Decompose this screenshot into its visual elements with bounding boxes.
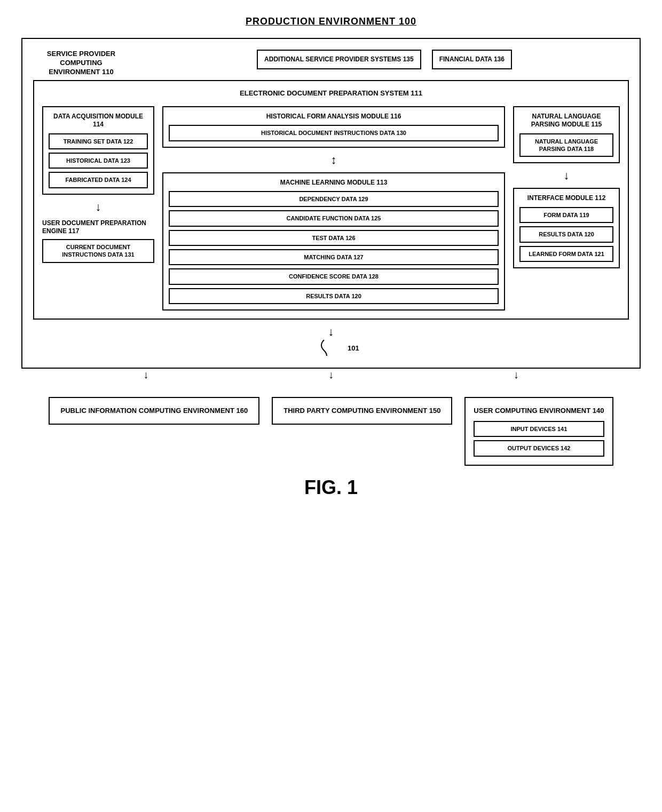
test-data-box: TEST DATA 126 xyxy=(169,230,499,246)
edps-label: ELECTRONIC DOCUMENT PREPARATION SYSTEM 1… xyxy=(42,89,620,98)
ml-results-box: RESULTS DATA 120 xyxy=(169,288,499,304)
spce-label: SERVICE PROVIDER COMPUTING ENVIRONMENT 1… xyxy=(38,50,124,77)
matching-box: MATCHING DATA 127 xyxy=(169,249,499,265)
public-env-box: PUBLIC INFORMATION COMPUTING ENVIRONMENT… xyxy=(49,397,259,425)
page-title: PRODUCTION ENVIRONMENT 100 xyxy=(21,16,641,27)
training-set-box: TRAINING SET DATA 122 xyxy=(49,133,148,149)
input-devices-box: INPUT DEVICES 141 xyxy=(474,421,604,437)
udpe-box: USER DOCUMENT PREPARATION ENGINE 117 CUR… xyxy=(42,219,154,263)
learned-form-box: LEARNED FORM DATA 121 xyxy=(519,246,613,262)
production-environment-box: SERVICE PROVIDER COMPUTING ENVIRONMENT 1… xyxy=(21,38,641,369)
ml-title: MACHINE LEARNING MODULE 113 xyxy=(169,179,499,187)
dam-box: DATA ACQUISITION MODULE 114 TRAINING SET… xyxy=(42,106,154,195)
fig-label: FIG. 1 xyxy=(21,476,641,499)
center-column: HISTORICAL FORM ANALYSIS MODULE 116 HIST… xyxy=(162,106,505,311)
interface-title: INTERFACE MODULE 112 xyxy=(519,194,613,203)
current-doc-box: CURRENT DOCUMENT INSTRUCTIONS DATA 131 xyxy=(42,239,154,263)
arrow-public: ↓ xyxy=(143,369,148,381)
nlp-box: NATURAL LANGUAGE PARSING MODULE 115 NATU… xyxy=(513,106,620,164)
third-party-box: THIRD PARTY COMPUTING ENVIRONMENT 150 xyxy=(272,397,452,425)
nlp-data-box: NATURAL LANGUAGE PARSING DATA 118 xyxy=(519,133,613,157)
nlp-title: NATURAL LANGUAGE PARSING MODULE 115 xyxy=(519,113,613,129)
historical-doc-box: HISTORICAL DOCUMENT INSTRUCTIONS DATA 13… xyxy=(169,125,499,141)
user-env-box: USER COMPUTING ENVIRONMENT 140 INPUT DEV… xyxy=(464,397,613,466)
arrow-edps-down: ↓ xyxy=(33,325,629,339)
hfa-box: HISTORICAL FORM ANALYSIS MODULE 116 HIST… xyxy=(162,106,505,148)
left-column: DATA ACQUISITION MODULE 114 TRAINING SET… xyxy=(42,106,154,263)
network-label: 101 xyxy=(348,344,359,352)
bottom-section: PUBLIC INFORMATION COMPUTING ENVIRONMENT… xyxy=(21,397,641,466)
additional-service-box: ADDITIONAL SERVICE PROVIDER SYSTEMS 135 xyxy=(257,50,421,69)
hfa-title: HISTORICAL FORM ANALYSIS MODULE 116 xyxy=(169,113,499,121)
results-data-box: RESULTS DATA 120 xyxy=(519,226,613,242)
arrow-hfa-to-ml: ↕ xyxy=(162,154,505,166)
dam-title: DATA ACQUISITION MODULE 114 xyxy=(49,113,148,129)
udpe-label: USER DOCUMENT PREPARATION ENGINE 117 xyxy=(42,219,154,236)
arrow-nlp-to-interface: ↓ xyxy=(513,170,620,181)
user-env-label: USER COMPUTING ENVIRONMENT 140 xyxy=(474,406,604,416)
historical-data-box: HISTORICAL DATA 123 xyxy=(49,153,148,169)
form-data-box: FORM DATA 119 xyxy=(519,207,613,223)
edps-box: ELECTRONIC DOCUMENT PREPARATION SYSTEM 1… xyxy=(33,80,629,320)
confidence-box: CONFIDENCE SCORE DATA 128 xyxy=(169,268,499,284)
ml-box: MACHINE LEARNING MODULE 113 DEPENDENCY D… xyxy=(162,172,505,311)
dependency-box: DEPENDENCY DATA 129 xyxy=(169,191,499,207)
bottom-arrows-row: ↓ ↓ ↓ xyxy=(21,369,641,381)
candidate-box: CANDIDATE FUNCTION DATA 125 xyxy=(169,210,499,226)
output-devices-box: OUTPUT DEVICES 142 xyxy=(474,440,604,456)
arrow-user: ↓ xyxy=(514,369,519,381)
arrow-third: ↓ xyxy=(328,369,334,381)
network-area: 101 xyxy=(33,340,629,356)
edps-inner: DATA ACQUISITION MODULE 114 TRAINING SET… xyxy=(42,106,620,311)
financial-data-box: FINANCIAL DATA 136 xyxy=(432,50,512,69)
right-column: NATURAL LANGUAGE PARSING MODULE 115 NATU… xyxy=(513,106,620,268)
fabricated-data-box: FABRICATED DATA 124 xyxy=(49,172,148,188)
arrow-dam-to-udpe: ↓ xyxy=(42,201,154,213)
top-boxes-row: ADDITIONAL SERVICE PROVIDER SYSTEMS 135 … xyxy=(140,50,629,69)
interface-box: INTERFACE MODULE 112 FORM DATA 119 RESUL… xyxy=(513,188,620,268)
